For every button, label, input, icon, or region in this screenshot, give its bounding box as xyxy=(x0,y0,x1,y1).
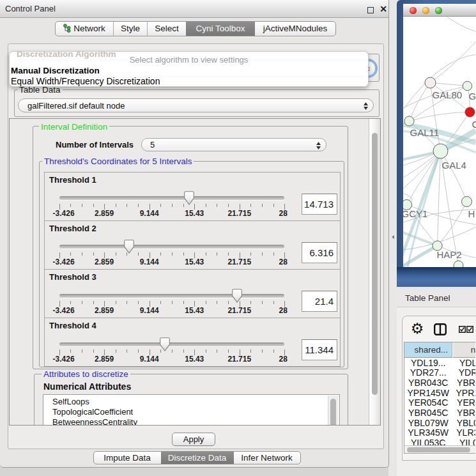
table-cell[interactable]: YBL079W xyxy=(453,418,475,429)
tab-cyni-toolbox[interactable]: Cyni Toolbox xyxy=(186,22,255,36)
checkbox-icon[interactable] xyxy=(459,326,466,333)
slider-tick xyxy=(273,204,274,207)
threshold-value-field[interactable]: 11.344 xyxy=(302,339,337,360)
table-cell[interactable]: YBR043C xyxy=(404,378,452,388)
attribute-list-item[interactable]: BetweennessCentrality xyxy=(52,417,137,426)
table-data-combobox[interactable]: galFiltered.sif default node xyxy=(18,98,374,112)
table-cell[interactable]: YLR345W xyxy=(453,428,475,438)
threshold-value-field[interactable]: 14.713 xyxy=(302,194,337,215)
popup-item-equal-width[interactable]: Equal Width/Frequency Discretization xyxy=(11,76,367,87)
column-header-shared-name[interactable]: shared... xyxy=(404,342,452,358)
graph-edge[interactable] xyxy=(431,42,476,83)
table-cell[interactable]: YDL19... xyxy=(453,358,475,369)
slider-tick xyxy=(217,349,217,353)
attribute-list-item[interactable]: SelfLoops xyxy=(52,397,89,407)
tab-label: Style xyxy=(121,24,140,33)
graph-node-label: C xyxy=(472,119,476,130)
graph-edge[interactable] xyxy=(447,17,476,32)
settings-vertical-scrollbar[interactable] xyxy=(369,119,380,425)
slider-tick xyxy=(93,252,94,256)
numerical-attributes-list[interactable]: SelfLoopsTopologicalCoefficientBetweenne… xyxy=(43,394,340,426)
attribute-list-item[interactable]: TopologicalCoefficient xyxy=(52,407,133,417)
table-horizontal-scrollbar[interactable] xyxy=(404,445,475,453)
zoom-traffic-light[interactable] xyxy=(435,7,442,14)
graph-node[interactable] xyxy=(454,261,463,267)
slider-tick xyxy=(160,301,161,304)
tab-label: Infer Network xyxy=(241,453,292,463)
graph-node[interactable] xyxy=(462,197,472,207)
graph-node[interactable] xyxy=(463,81,472,90)
graph-edge[interactable] xyxy=(438,202,467,246)
threshold-slider-track[interactable] xyxy=(59,294,285,298)
table-cell[interactable]: YBR045C xyxy=(404,408,452,418)
table-cell[interactable]: YER054C xyxy=(453,398,475,408)
threshold-slider-thumb[interactable] xyxy=(184,191,194,205)
graph-edge[interactable] xyxy=(404,55,476,109)
table-cell[interactable]: YDR27... xyxy=(404,368,452,378)
slider-tick xyxy=(138,252,139,256)
graph-edge[interactable] xyxy=(441,151,467,202)
table-scrollbar-thumb[interactable] xyxy=(407,447,470,452)
table-cell[interactable]: YBR043C xyxy=(453,378,475,388)
slider-tick-label: 28 xyxy=(279,257,288,266)
tab-network[interactable]: Network xyxy=(56,22,114,36)
tab-style[interactable]: Style xyxy=(114,22,148,36)
network-icon xyxy=(63,24,71,33)
table-cell[interactable]: YLR345W xyxy=(404,428,452,438)
attributes-list-scrollbar[interactable] xyxy=(328,395,339,426)
graph-edge[interactable] xyxy=(410,112,470,121)
slider-tick xyxy=(116,252,116,256)
graph-node[interactable] xyxy=(465,107,475,117)
threshold-value-field[interactable]: 6.316 xyxy=(302,242,337,263)
tab-label: Discretize Data xyxy=(168,453,227,463)
minimize-traffic-light[interactable] xyxy=(422,7,429,14)
table-cell[interactable]: YDR27... xyxy=(453,368,475,378)
threshold-slider-thumb[interactable] xyxy=(232,289,242,303)
graph-edge[interactable] xyxy=(438,151,441,246)
slider-tick-label: 21.715 xyxy=(227,209,251,218)
slider-tick xyxy=(138,204,139,207)
threshold-label: Threshold 1 xyxy=(49,175,96,185)
split-columns-icon[interactable] xyxy=(434,323,447,335)
threshold-slider-track[interactable] xyxy=(59,196,285,200)
bottom-tab-discretize-data[interactable]: Discretize Data xyxy=(161,452,234,464)
slider-tick-label: 15.43 xyxy=(185,209,204,218)
numerical-attributes-label: Numerical Attributes xyxy=(43,381,131,392)
close-window-icon[interactable]: ✕ xyxy=(378,3,388,15)
threshold-slider-thumb[interactable] xyxy=(160,337,170,351)
table-cell[interactable]: YPR145W xyxy=(404,388,452,399)
number-of-intervals-combobox[interactable]: 5 xyxy=(141,138,326,151)
bottom-tab-impute-data[interactable]: Impute Data xyxy=(94,452,161,464)
settings-scrollbar-thumb[interactable] xyxy=(372,133,378,395)
float-window-icon[interactable] xyxy=(367,7,374,13)
tab-select[interactable]: Select xyxy=(148,22,186,36)
table-cell[interactable]: YBR045C xyxy=(453,408,475,418)
graph-node-label: GCY1 xyxy=(403,208,427,219)
threshold-value-field[interactable]: 21.4 xyxy=(302,291,337,312)
split-pane-divider-arrow-icon[interactable] xyxy=(392,235,394,239)
bottom-tab-infer-network[interactable]: Infer Network xyxy=(234,452,300,464)
apply-button[interactable]: Apply xyxy=(172,433,215,446)
column-header-name[interactable]: n... xyxy=(453,342,475,358)
attributes-list-scrollbar-thumb[interactable] xyxy=(330,399,336,426)
checkbox-icon[interactable] xyxy=(466,326,473,333)
table-cell[interactable]: YER054C xyxy=(404,398,452,408)
popup-item-manual-discretization[interactable]: Manual Discretization xyxy=(11,65,367,76)
threshold-slider-thumb[interactable] xyxy=(124,240,134,254)
threshold-slider-track[interactable] xyxy=(59,342,285,346)
tab-jactivemnodules[interactable]: jActiveMNodules xyxy=(255,22,335,36)
slider-tick-label: -3.426 xyxy=(53,209,75,218)
graph-node[interactable] xyxy=(425,77,436,88)
table-cell[interactable]: YBL079W xyxy=(404,418,452,429)
slider-tick xyxy=(183,252,184,256)
graph-node[interactable] xyxy=(404,116,414,126)
slider-tick-label: 15.43 xyxy=(185,257,204,266)
gear-icon[interactable]: ⚙ xyxy=(411,321,424,336)
close-traffic-light[interactable] xyxy=(410,7,417,14)
graph-node[interactable] xyxy=(433,144,448,158)
threshold-slider-track[interactable] xyxy=(59,245,285,249)
table-cell[interactable]: YDL19... xyxy=(404,358,452,369)
table-cell[interactable]: YPR145W xyxy=(453,388,475,399)
network-graph-canvas[interactable]: GAL80GACGAL11GAL4GCY1HHAP2 xyxy=(403,17,476,267)
threshold-cell-2: Threshold 2-3.4262.8599.14415.4321.71528… xyxy=(44,220,341,270)
